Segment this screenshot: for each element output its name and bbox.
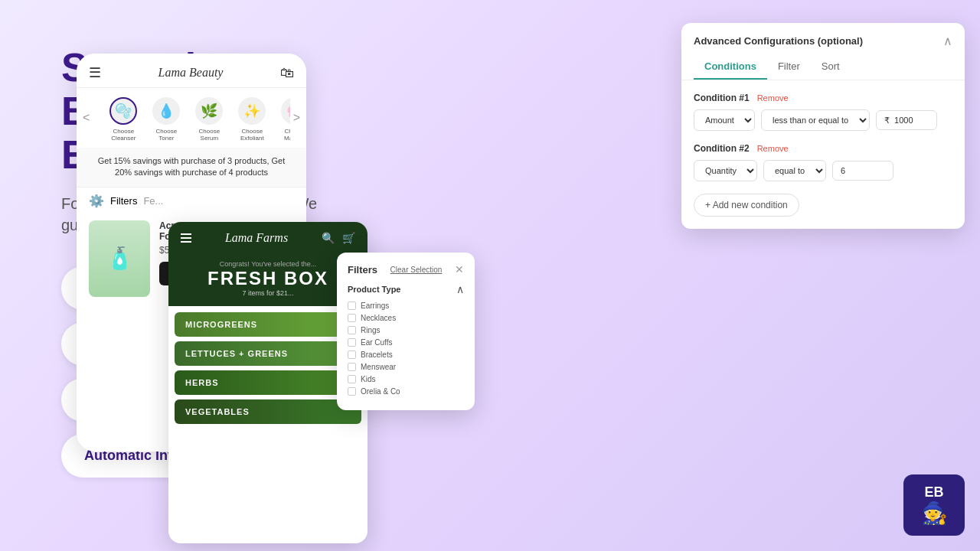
step-label-2: ChooseSerum bbox=[199, 128, 220, 142]
filter-checkbox-bracelets[interactable] bbox=[348, 350, 356, 359]
advanced-panel-collapse-icon[interactable]: ∧ bbox=[943, 34, 952, 48]
filters-panel: Filters Clear Selection ✕ Product Type ∧… bbox=[337, 253, 475, 410]
condition-1-remove[interactable]: Remove bbox=[757, 93, 789, 103]
phone-menu-icon[interactable]: ☰ bbox=[89, 64, 101, 81]
farm-search-icon[interactable]: 🔍 bbox=[322, 232, 335, 244]
condition-2-value-input[interactable] bbox=[832, 161, 893, 181]
filter-label-earcuffs: Ear Cuffs bbox=[361, 338, 393, 347]
filter-item-kids[interactable]: Kids bbox=[348, 375, 464, 383]
phone-header: ☰ Lama Beauty 🛍 bbox=[77, 54, 306, 88]
filter-item-menswear[interactable]: Menswear bbox=[348, 363, 464, 371]
filter-item-necklaces[interactable]: Necklaces bbox=[348, 314, 464, 322]
condition-2-operator-select[interactable]: equal to bbox=[763, 160, 826, 181]
phone-steps: 🫧 ChooseCleanser 💧 ChooseToner 🌿 ChooseS… bbox=[93, 88, 289, 148]
condition-2-field-select[interactable]: Quantity bbox=[694, 160, 757, 181]
filters-clear-selection[interactable]: Clear Selection bbox=[390, 266, 443, 274]
logo-badge: EB 🧙 bbox=[903, 474, 965, 536]
condition-1-label-row: Condition #1 Remove bbox=[694, 93, 952, 103]
tab-conditions[interactable]: Conditions bbox=[694, 54, 767, 80]
condition-2-remove[interactable]: Remove bbox=[757, 144, 789, 153]
advanced-content: Condition #1 Remove Amount less than or … bbox=[681, 80, 965, 229]
farm-cart-icon[interactable]: 🛒 bbox=[342, 232, 355, 244]
product-type-label: Product Type bbox=[348, 285, 400, 294]
product-type-collapse-icon[interactable]: ∧ bbox=[456, 283, 464, 295]
filter-checkbox-menswear[interactable] bbox=[348, 363, 356, 371]
condition-1-value-input[interactable] bbox=[876, 110, 937, 130]
phone-savings: Get 15% savings with purchase of 3 produ… bbox=[77, 148, 306, 187]
step-item-3[interactable]: ✨ ChooseExfoliant bbox=[234, 97, 270, 142]
filter-checkbox-orelia[interactable] bbox=[348, 387, 356, 396]
filter-item-rings[interactable]: Rings bbox=[348, 326, 464, 334]
farm-cat-lettuces[interactable]: LETTUCES + GREENS bbox=[175, 341, 361, 366]
step-prev-arrow[interactable]: < bbox=[80, 111, 93, 125]
filter-icon: ⚙️ bbox=[89, 194, 104, 208]
condition-block-2: Condition #2 Remove Quantity equal to bbox=[694, 143, 952, 181]
filter-label-earrings: Earrings bbox=[361, 302, 389, 310]
features-label: Fe... bbox=[143, 195, 163, 207]
farm-banner-price: 7 items for $21... bbox=[178, 289, 358, 297]
condition-1-operator-select[interactable]: less than or equal to bbox=[761, 109, 870, 131]
step-item-2[interactable]: 🌿 ChooseSerum bbox=[191, 97, 227, 142]
step-label-4: ChooseMasque bbox=[284, 128, 290, 142]
step-item-4[interactable]: 🌸 ChooseMasque bbox=[276, 97, 289, 142]
filter-checkboxes: Earrings Necklaces Rings Ear Cuffs Brace… bbox=[348, 302, 464, 396]
step-label-3: ChooseExfoliant bbox=[240, 128, 264, 142]
filter-checkbox-rings[interactable] bbox=[348, 326, 356, 334]
step-circle-0: 🫧 bbox=[109, 97, 137, 125]
condition-1-label: Condition #1 bbox=[694, 93, 750, 103]
filter-label-bracelets: Bracelets bbox=[361, 350, 393, 359]
tab-sort[interactable]: Sort bbox=[811, 54, 851, 80]
step-circle-3: ✨ bbox=[238, 97, 266, 125]
farm-header: Lama Farms 🔍 🛒 bbox=[168, 222, 368, 254]
filter-item-earrings[interactable]: Earrings bbox=[348, 302, 464, 310]
farm-store-name: Lama Farms bbox=[225, 231, 288, 245]
step-label-1: ChooseToner bbox=[156, 128, 178, 142]
tab-filter[interactable]: Filter bbox=[767, 54, 811, 80]
product-image: 🧴 bbox=[89, 220, 150, 297]
advanced-tabs: Conditions Filter Sort bbox=[681, 54, 965, 80]
step-item-1[interactable]: 💧 ChooseToner bbox=[148, 97, 185, 142]
phone-cart-icon[interactable]: 🛍 bbox=[280, 65, 294, 81]
phone-store-name: Lama Beauty bbox=[158, 66, 224, 80]
filter-label-kids: Kids bbox=[361, 375, 375, 383]
farm-cat-herbs[interactable]: HERBS bbox=[175, 370, 361, 395]
product-type-header: Product Type ∧ bbox=[348, 283, 464, 295]
condition-1-field-select[interactable]: Amount bbox=[694, 109, 755, 131]
filter-checkbox-earrings[interactable] bbox=[348, 302, 356, 310]
condition-1-fields: Amount less than or equal to bbox=[694, 109, 952, 131]
filters-close-button[interactable]: ✕ bbox=[455, 263, 464, 276]
condition-2-label-row: Condition #2 Remove bbox=[694, 143, 952, 154]
farm-banner-title: FRESH BOX bbox=[178, 268, 358, 289]
filter-label-orelia: Orelia & Co bbox=[361, 387, 400, 396]
step-circle-2: 🌿 bbox=[195, 97, 223, 125]
filter-checkbox-earcuffs[interactable] bbox=[348, 338, 356, 347]
condition-2-label: Condition #2 bbox=[694, 143, 750, 154]
advanced-panel: Advanced Configurations (optional) ∧ Con… bbox=[681, 23, 965, 229]
advanced-panel-title: Advanced Configurations (optional) bbox=[694, 35, 863, 47]
farm-banner-sub: Congrats! You've selected the... bbox=[178, 260, 358, 268]
filter-checkbox-kids[interactable] bbox=[348, 375, 356, 383]
filter-item-orelia[interactable]: Orelia & Co bbox=[348, 387, 464, 396]
step-circle-1: 💧 bbox=[152, 97, 180, 125]
step-circle-4: 🌸 bbox=[281, 97, 289, 125]
logo-icon: 🧙 bbox=[921, 500, 948, 526]
add-condition-button[interactable]: + Add new condition bbox=[694, 194, 799, 217]
logo-text: EB bbox=[924, 484, 943, 500]
filter-item-bracelets[interactable]: Bracelets bbox=[348, 350, 464, 359]
filter-label-necklaces: Necklaces bbox=[361, 314, 396, 322]
filter-label-rings: Rings bbox=[361, 326, 381, 334]
step-next-arrow[interactable]: > bbox=[290, 111, 303, 125]
condition-block-1: Condition #1 Remove Amount less than or … bbox=[694, 93, 952, 131]
advanced-panel-header: Advanced Configurations (optional) ∧ bbox=[681, 23, 965, 48]
farm-cat-vegetables[interactable]: VEGETABLES bbox=[175, 399, 361, 424]
farm-cat-microgreens[interactable]: MICROGREENS bbox=[175, 312, 361, 337]
filters-label[interactable]: Filters bbox=[110, 195, 137, 207]
filters-header: Filters Clear Selection ✕ bbox=[348, 263, 464, 276]
filter-item-earcuffs[interactable]: Ear Cuffs bbox=[348, 338, 464, 347]
filter-checkbox-necklaces[interactable] bbox=[348, 314, 356, 322]
filters-panel-title: Filters bbox=[348, 264, 377, 276]
filter-label-menswear: Menswear bbox=[361, 363, 396, 371]
farm-menu-icon[interactable] bbox=[181, 233, 191, 243]
condition-2-fields: Quantity equal to bbox=[694, 160, 952, 181]
step-item-0[interactable]: 🫧 ChooseCleanser bbox=[105, 97, 142, 142]
